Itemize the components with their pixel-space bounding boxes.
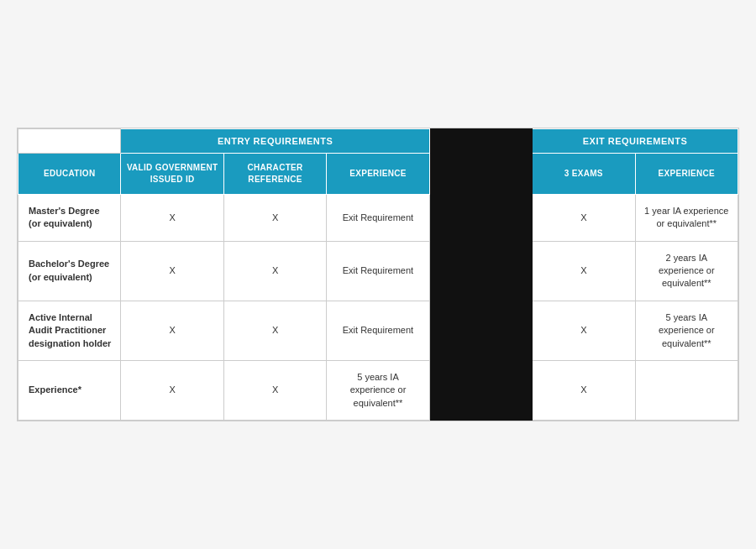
cell-3: Exit Requirement <box>327 301 429 360</box>
cell-2: X <box>223 194 326 241</box>
col-char-ref: CHARACTER REFERENCE <box>223 153 326 194</box>
table-row: Master's Degree (or equivalent)XXExit Re… <box>18 194 738 241</box>
col-experience-exit: EXPERIENCE <box>635 153 738 194</box>
cell-4 <box>429 301 532 360</box>
education-cell: Bachelor's Degree (or equivalent) <box>18 241 121 301</box>
col-education: EDUCATION <box>18 153 121 194</box>
table-row: Experience*XX5 years IA experience or eq… <box>18 360 738 420</box>
cell-5: X <box>533 301 635 360</box>
col-valid-id: VALID GOVERNMENT ISSUED ID <box>121 153 223 194</box>
cell-5: X <box>533 194 635 241</box>
cell-1: X <box>121 301 223 360</box>
empty-header <box>18 128 121 153</box>
cell-1: X <box>121 194 223 241</box>
cell-1: X <box>121 241 223 301</box>
col-experience-entry: EXPERIENCE <box>327 153 429 194</box>
exit-requirements-header: EXIT REQUIREMENTS <box>533 128 738 153</box>
cell-5: X <box>533 360 635 420</box>
cell-2: X <box>223 360 326 420</box>
cell-4 <box>429 360 532 420</box>
black-spacer-header <box>429 128 532 153</box>
entry-requirements-header: ENTRY REQUIREMENTS <box>121 128 429 153</box>
education-cell: Experience* <box>18 360 121 420</box>
cell-2: X <box>223 241 326 301</box>
requirements-table-wrapper: ENTRY REQUIREMENTS EXIT REQUIREMENTS EDU… <box>17 128 739 421</box>
cell-6: 1 year IA experience or equivalent** <box>635 194 738 241</box>
column-header-row: EDUCATION VALID GOVERNMENT ISSUED ID CHA… <box>18 153 738 194</box>
col-black-spacer <box>429 153 532 194</box>
cell-6: 2 years IA experience or equivalent** <box>635 241 738 301</box>
table-row: Active Internal Audit Practitioner desig… <box>18 301 738 360</box>
requirements-table: ENTRY REQUIREMENTS EXIT REQUIREMENTS EDU… <box>18 128 738 421</box>
cell-1: X <box>121 360 223 420</box>
cell-6: 5 years IA experience or equivalent** <box>635 301 738 360</box>
col-exams: 3 EXAMS <box>533 153 635 194</box>
cell-3: Exit Requirement <box>327 194 429 241</box>
cell-3: 5 years IA experience or equivalent** <box>327 360 429 420</box>
cell-5: X <box>533 241 635 301</box>
cell-4 <box>429 241 532 301</box>
table-body: Master's Degree (or equivalent)XXExit Re… <box>18 194 738 420</box>
table-row: Bachelor's Degree (or equivalent)XXExit … <box>18 241 738 301</box>
cell-6 <box>635 360 738 420</box>
education-cell: Active Internal Audit Practitioner desig… <box>18 301 121 360</box>
education-cell: Master's Degree (or equivalent) <box>18 194 121 241</box>
cell-4 <box>429 194 532 241</box>
cell-2: X <box>223 301 326 360</box>
cell-3: Exit Requirement <box>327 241 429 301</box>
group-header-row: ENTRY REQUIREMENTS EXIT REQUIREMENTS <box>18 128 738 153</box>
